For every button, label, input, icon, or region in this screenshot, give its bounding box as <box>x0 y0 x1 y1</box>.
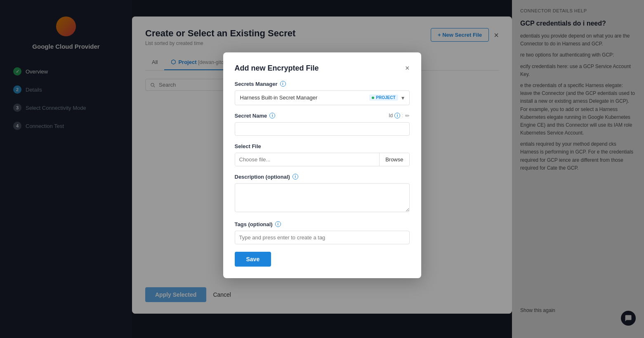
description-info-icon[interactable]: i <box>293 174 298 180</box>
chevron-down-icon <box>401 94 404 102</box>
secrets-dropdown-right: PROJECT <box>369 94 404 102</box>
secret-name-input[interactable] <box>235 122 410 136</box>
description-group: Description (optional) i <box>235 174 410 214</box>
description-label: Description (optional) i <box>235 174 410 180</box>
secrets-manager-group: Secrets Manager i Harness Built-in Secre… <box>235 81 410 105</box>
inner-modal-title: Add new Encrypted File <box>235 64 319 73</box>
secret-name-group: Secret Name i Id i : ✏ <box>235 113 410 136</box>
outer-modal: Create or Select an Existing Secret List… <box>132 17 512 314</box>
tags-label: Tags (optional) i <box>235 221 410 227</box>
description-textarea[interactable] <box>235 183 410 212</box>
save-button[interactable]: Save <box>235 252 271 267</box>
file-select-row: Browse <box>235 153 410 166</box>
tags-group: Tags (optional) i <box>235 221 410 244</box>
badge-dot <box>372 97 374 99</box>
id-separator: : <box>402 113 403 118</box>
secrets-manager-value: Harness Built-in Secret Manager <box>240 95 318 101</box>
secret-name-label-row: Secret Name i Id i : ✏ <box>235 113 410 119</box>
tags-info-icon[interactable]: i <box>275 221 281 227</box>
secrets-manager-dropdown[interactable]: Harness Built-in Secret Manager PROJECT <box>235 90 410 105</box>
secrets-manager-label: Secrets Manager i <box>235 81 410 87</box>
secret-name-label: Secret Name i <box>235 113 276 119</box>
id-area: Id i : ✏ <box>389 113 409 119</box>
secrets-manager-info-icon[interactable]: i <box>280 81 286 87</box>
inner-modal-header: Add new Encrypted File × <box>235 64 410 73</box>
inner-modal-overlay: Add new Encrypted File × Secrets Manager… <box>132 17 512 314</box>
browse-button[interactable]: Browse <box>379 153 409 166</box>
inner-modal: Add new Encrypted File × Secrets Manager… <box>223 52 421 278</box>
project-badge: PROJECT <box>369 95 398 101</box>
select-file-group: Select File Browse <box>235 143 410 166</box>
secret-name-info-icon[interactable]: i <box>269 113 275 118</box>
file-input[interactable] <box>235 153 380 166</box>
tags-input[interactable] <box>235 231 410 244</box>
edit-icon[interactable]: ✏ <box>405 113 410 119</box>
select-file-label: Select File <box>235 143 410 149</box>
inner-modal-close-button[interactable]: × <box>405 64 410 72</box>
badge-label: PROJECT <box>376 95 395 100</box>
id-info-icon[interactable]: i <box>394 113 400 118</box>
